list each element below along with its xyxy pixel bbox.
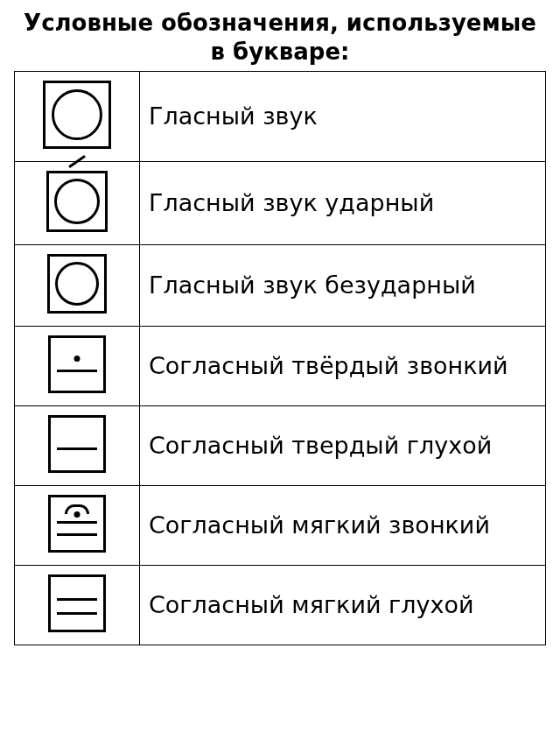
row-label: Гласный звук безударный bbox=[149, 271, 476, 299]
table-row: Согласный твёрдый звонкий bbox=[15, 327, 546, 406]
row-label: Согласный твердый глухой bbox=[149, 432, 492, 459]
page: Условные обозначения, используемые в бук… bbox=[0, 0, 560, 645]
symbol-cell bbox=[15, 327, 140, 406]
vowel-stressed-icon bbox=[46, 171, 108, 236]
row-label: Согласный твёрдый звонкий bbox=[149, 352, 508, 379]
label-cell: Согласный твёрдый звонкий bbox=[140, 327, 546, 406]
vowel-unstressed-icon bbox=[47, 254, 107, 317]
label-cell: Согласный мягкий звонкий bbox=[140, 486, 546, 566]
consonant-soft-voiceless-icon bbox=[48, 574, 106, 636]
table-row: Гласный звук ударный bbox=[15, 162, 546, 245]
symbol-cell bbox=[15, 406, 140, 486]
symbol-cell bbox=[15, 245, 140, 327]
legend-table: Гласный звук Гласный звук ударный bbox=[14, 71, 546, 645]
page-title: Условные обозначения, используемые в бук… bbox=[14, 9, 546, 66]
table-row: Согласный твердый глухой bbox=[15, 406, 546, 486]
label-cell: Гласный звук безударный bbox=[140, 245, 546, 327]
label-cell: Согласный твердый глухой bbox=[140, 406, 546, 486]
consonant-soft-voiced-icon bbox=[48, 495, 106, 556]
row-label: Гласный звук ударный bbox=[149, 189, 434, 216]
symbol-cell bbox=[15, 486, 140, 566]
consonant-hard-voiced-icon bbox=[48, 335, 106, 397]
symbol-cell bbox=[15, 162, 140, 245]
table-row: Согласный мягкий звонкий bbox=[15, 486, 546, 566]
label-cell: Согласный мягкий глухой bbox=[140, 566, 546, 645]
vowel-icon bbox=[43, 81, 111, 152]
table-row: Согласный мягкий глухой bbox=[15, 566, 546, 645]
table-row: Гласный звук безударный bbox=[15, 245, 546, 327]
label-cell: Гласный звук bbox=[140, 72, 546, 162]
row-label: Согласный мягкий звонкий bbox=[149, 511, 490, 539]
consonant-hard-voiceless-icon bbox=[48, 415, 106, 476]
symbol-cell bbox=[15, 72, 140, 162]
table-row: Гласный звук bbox=[15, 72, 546, 162]
row-label: Гласный звук bbox=[149, 102, 318, 130]
symbol-cell bbox=[15, 566, 140, 645]
label-cell: Гласный звук ударный bbox=[140, 162, 546, 245]
row-label: Согласный мягкий глухой bbox=[149, 591, 474, 618]
